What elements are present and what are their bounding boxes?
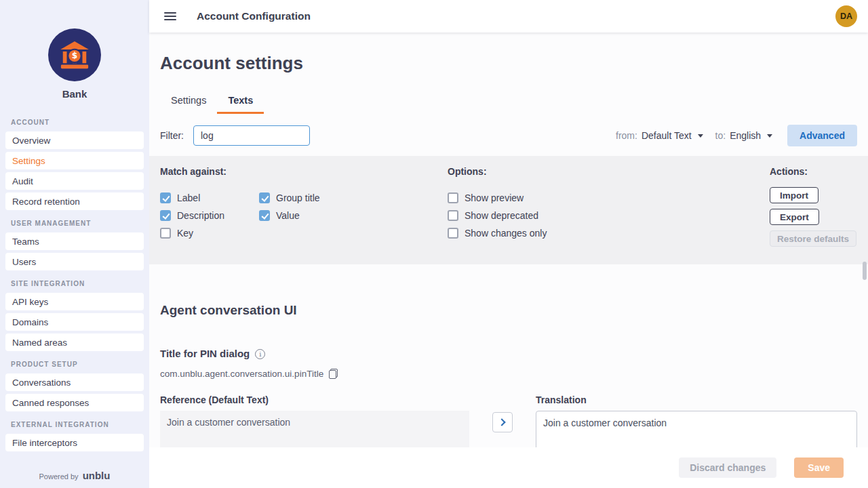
match-against-title: Match against:: [160, 165, 448, 178]
sidebar-item-file-interceptors[interactable]: File interceptors: [5, 434, 144, 451]
checkbox-group-title[interactable]: [259, 192, 270, 203]
sidebar-item-record-retention[interactable]: Record retention: [5, 192, 144, 210]
bank-logo-icon: $: [48, 28, 101, 81]
scrollbar-thumb[interactable]: [863, 262, 867, 280]
checkbox-row-show-changes-only[interactable]: Show changes only: [448, 228, 770, 239]
sidebar-item-label: Settings: [12, 156, 45, 166]
checkbox-label[interactable]: [160, 192, 171, 203]
export-button[interactable]: Export: [770, 209, 819, 225]
account-logo-block: $ Bank: [0, 0, 149, 100]
powered-by-text: Powered by: [39, 472, 79, 481]
property-key: com.unblu.agent.conversation.ui.pinTitle: [160, 369, 323, 379]
checkbox-row-value[interactable]: Value: [259, 210, 320, 221]
sidebar-item-conversations[interactable]: Conversations: [5, 373, 144, 391]
text-property-field: Title for PIN dialog com.unblu.agent.con…: [160, 347, 857, 380]
checkbox-show-deprecated[interactable]: [448, 210, 458, 221]
avatar[interactable]: DA: [835, 5, 857, 27]
checkbox-show-changes-only[interactable]: [448, 228, 458, 239]
save-button[interactable]: Save: [794, 458, 844, 478]
nav-section-account: ACCOUNT: [11, 119, 138, 126]
nav-section-user-management: USER MANAGEMENT: [11, 220, 138, 227]
checkbox-row-description[interactable]: Description: [160, 210, 259, 221]
arrow-right-icon: [498, 418, 505, 426]
sidebar-item-canned-responses[interactable]: Canned responses: [5, 394, 144, 411]
sidebar-item-label: Overview: [12, 136, 50, 146]
checkbox-value[interactable]: [259, 210, 270, 221]
filter-input[interactable]: [193, 125, 310, 146]
from-language-dropdown[interactable]: Default Text: [642, 130, 703, 141]
sidebar-item-label: Domains: [12, 317, 48, 327]
app-window: $ Bank ACCOUNT Overview Settings Audit R…: [0, 0, 868, 488]
unblu-logo: unblu: [83, 470, 111, 481]
translation-input[interactable]: Join a customer conversation: [536, 411, 857, 447]
to-label: to:: [715, 130, 726, 141]
checkbox-row-show-preview[interactable]: Show preview: [448, 192, 770, 203]
from-label: from:: [616, 130, 637, 141]
copy-icon[interactable]: [329, 369, 338, 379]
account-name: Bank: [0, 88, 149, 100]
sidebar-item-domains[interactable]: Domains: [5, 313, 144, 331]
sidebar-item-users[interactable]: Users: [5, 253, 144, 270]
nav-section-product-setup: PRODUCT SETUP: [11, 361, 138, 368]
checkbox-row-key[interactable]: Key: [160, 228, 259, 239]
match-against-column: Match against: Label Description: [160, 165, 448, 247]
translation-row: Join a customer conversation Join a cust…: [160, 411, 857, 447]
sidebar-nav: ACCOUNT Overview Settings Audit Record r…: [0, 100, 149, 466]
tab-texts[interactable]: Texts: [217, 89, 264, 114]
reference-text: Join a customer conversation: [160, 411, 469, 447]
group-heading: Agent conversation UI: [160, 302, 857, 319]
chevron-down-icon: [698, 134, 703, 138]
actions-title: Actions:: [770, 165, 856, 178]
translation-label: Translation: [536, 394, 857, 405]
footer-actions: Discard changes Save: [149, 447, 868, 488]
sidebar-item-label: Teams: [12, 237, 39, 247]
translation-labels-row: Reference (Default Text) Translation: [160, 394, 857, 405]
sidebar-item-label: Record retention: [12, 197, 80, 207]
to-language-dropdown[interactable]: English: [730, 130, 772, 141]
filter-row: Filter: from: Default Text to: English A…: [160, 125, 857, 146]
menu-button[interactable]: [161, 7, 179, 25]
options-title: Options:: [448, 165, 770, 178]
info-icon[interactable]: [255, 349, 265, 359]
import-button[interactable]: Import: [770, 187, 818, 203]
nav-section-external-integration: EXTERNAL INTEGRATION: [11, 421, 138, 428]
page-title: Account settings: [160, 53, 857, 73]
sidebar-item-settings[interactable]: Settings: [5, 152, 144, 169]
actions-column: Actions: Import Export Restore defaults: [770, 165, 856, 247]
checkbox-show-preview[interactable]: [448, 192, 458, 203]
sidebar-item-api-keys[interactable]: API keys: [5, 293, 144, 310]
sidebar-item-overview[interactable]: Overview: [5, 131, 144, 149]
checkbox-row-label[interactable]: Label: [160, 192, 259, 203]
discard-changes-button[interactable]: Discard changes: [679, 458, 776, 478]
sidebar-item-teams[interactable]: Teams: [5, 232, 144, 250]
tab-label: Texts: [228, 95, 253, 106]
from-language-value: Default Text: [642, 130, 692, 141]
sidebar-item-named-areas[interactable]: Named areas: [5, 333, 144, 351]
filter-options-panel: Match against: Label Description: [149, 156, 868, 264]
tabs: Settings Texts: [160, 89, 857, 114]
nav-section-site-integration: SITE INTEGRATION: [11, 280, 138, 287]
sidebar-item-label: Canned responses: [12, 398, 89, 408]
checkbox-row-show-deprecated[interactable]: Show deprecated: [448, 210, 770, 221]
options-column: Options: Show preview Show deprecated: [448, 165, 770, 247]
checkbox-row-group-title[interactable]: Group title: [259, 192, 320, 203]
restore-defaults-button[interactable]: Restore defaults: [770, 230, 856, 247]
hamburger-icon: [164, 12, 176, 20]
tab-settings[interactable]: Settings: [160, 89, 217, 114]
reference-label: Reference (Default Text): [160, 394, 469, 405]
sidebar-item-label: Users: [12, 257, 36, 267]
svg-text:$: $: [72, 51, 78, 60]
checkbox-key[interactable]: [160, 228, 171, 239]
advanced-button[interactable]: Advanced: [787, 125, 857, 146]
sidebar-item-audit[interactable]: Audit: [5, 172, 144, 190]
main-column: Account Configuration DA Account setting…: [149, 0, 868, 488]
content: Account settings Settings Texts Filter: …: [149, 33, 868, 447]
powered-by: Powered by unblu: [0, 466, 149, 488]
copy-reference-button[interactable]: [492, 412, 513, 432]
sidebar-item-label: Audit: [12, 176, 33, 186]
to-language-value: English: [730, 130, 761, 141]
tab-label: Settings: [171, 95, 206, 106]
checkbox-description[interactable]: [160, 210, 171, 221]
sidebar-item-label: Named areas: [12, 338, 67, 348]
sidebar-item-label: API keys: [12, 297, 48, 307]
